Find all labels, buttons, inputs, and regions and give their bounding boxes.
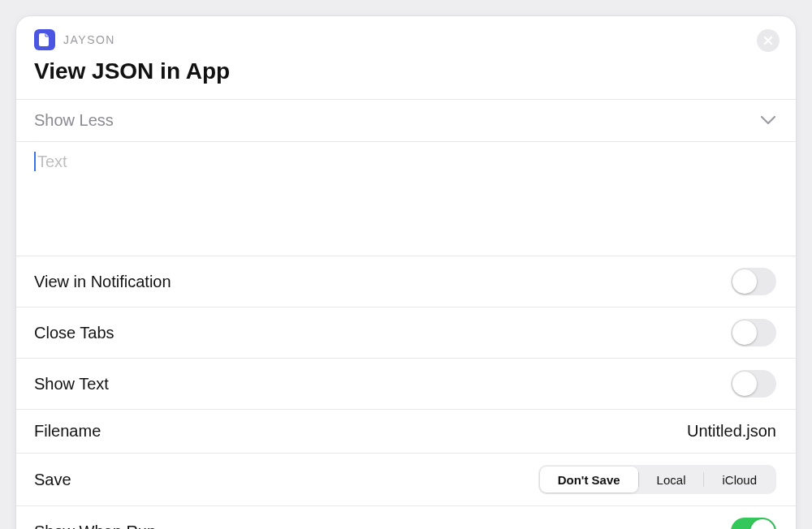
save-seg-icloud[interactable]: iCloud bbox=[704, 467, 775, 492]
label-show-text: Show Text bbox=[34, 375, 109, 394]
action-title: View JSON in App bbox=[34, 58, 776, 84]
text-input-area[interactable]: Text bbox=[16, 142, 796, 256]
label-save: Save bbox=[34, 471, 71, 489]
toggle-show-text[interactable] bbox=[731, 370, 776, 398]
value-filename[interactable]: Untitled.json bbox=[687, 422, 776, 441]
app-row: JAYSON bbox=[34, 29, 776, 50]
row-show-text: Show Text bbox=[16, 358, 796, 409]
label-filename: Filename bbox=[34, 422, 101, 441]
document-icon bbox=[39, 33, 50, 46]
chevron-down-icon bbox=[760, 114, 776, 128]
app-icon bbox=[34, 29, 55, 50]
action-card: JAYSON View JSON in App Show Less Text V… bbox=[16, 16, 796, 529]
row-close-tabs: Close Tabs bbox=[16, 307, 796, 358]
app-name: JAYSON bbox=[63, 33, 115, 46]
text-cursor bbox=[34, 152, 36, 171]
show-less-row[interactable]: Show Less bbox=[16, 100, 796, 141]
toggle-close-tabs[interactable] bbox=[731, 319, 776, 346]
show-less-label: Show Less bbox=[34, 111, 114, 130]
save-segmented-control: Don't Save Local iCloud bbox=[538, 465, 776, 494]
label-close-tabs: Close Tabs bbox=[34, 324, 114, 342]
close-button[interactable] bbox=[757, 29, 780, 52]
row-save: Save Don't Save Local iCloud bbox=[16, 453, 796, 505]
save-seg-dont-save[interactable]: Don't Save bbox=[540, 467, 638, 492]
toggle-view-in-notification[interactable] bbox=[731, 268, 776, 295]
row-view-in-notification: View in Notification bbox=[16, 256, 796, 307]
toggle-show-when-run[interactable] bbox=[731, 518, 776, 529]
close-icon bbox=[763, 36, 773, 45]
save-seg-local[interactable]: Local bbox=[639, 467, 704, 492]
text-placeholder: Text bbox=[37, 153, 67, 171]
label-view-in-notification: View in Notification bbox=[34, 273, 171, 291]
row-show-when-run: Show When Run bbox=[16, 505, 796, 529]
row-filename: Filename Untitled.json bbox=[16, 409, 796, 453]
card-header: JAYSON View JSON in App bbox=[16, 16, 796, 99]
label-show-when-run: Show When Run bbox=[34, 523, 156, 530]
